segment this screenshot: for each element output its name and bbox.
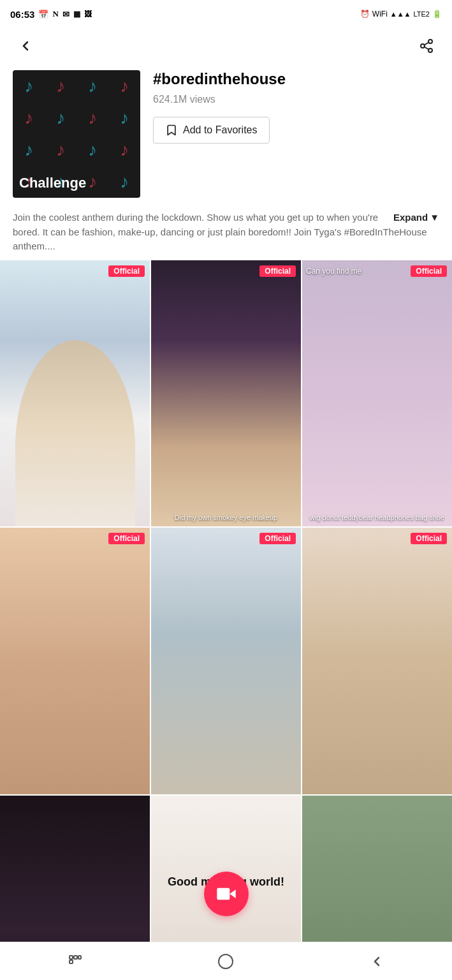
hashtag-header: ♪ ♪ ♪ ♪ ♪ ♪ ♪ ♪ ♪ ♪ ♪ ♪ ♪ ♪ ♪ ♪ Challeng… [0,64,452,211]
video-cell[interactable]: Official [0,528,150,794]
navigation-bar [0,28,452,64]
official-badge: Official [259,533,296,544]
svg-line-4 [425,43,429,45]
status-right-icons: ⏰ WiFi ▲▲▲ LTE2 🔋 [360,10,442,19]
home-icon [217,953,234,970]
video-cell[interactable]: Official Did my own smokey eye makeup [151,260,301,527]
expand-button[interactable]: Expand ▼ [393,211,439,225]
video-caption: Did my own smokey eye makeup [155,514,297,521]
video-caption-bottom: wig donut teddybear headphones bag shoe [306,514,448,521]
svg-line-3 [425,47,429,50]
official-badge: Official [108,533,145,544]
hashtag-info: #boredinthehouse 624.1M views Add to Fav… [153,70,439,144]
views-count: 624.1M views [153,94,439,105]
official-badge: Official [411,533,447,544]
video-cell[interactable]: Official [302,528,452,794]
status-bar: 06:53 📅 N ✉ ▦ 🖼 ⏰ WiFi ▲▲▲ LTE2 🔋 [0,0,452,28]
nav-back-button[interactable] [358,949,396,974]
video-cell[interactable]: Official Can you find me wig donut teddy… [302,260,452,527]
svg-point-10 [219,954,233,969]
record-button[interactable] [204,872,249,916]
status-time: 06:53 📅 N ✉ ▦ 🖼 [10,9,92,20]
video-caption: Can you find me [306,267,448,276]
description-section: Expand ▼ Join the coolest anthem during … [0,211,452,260]
bottom-navigation [0,942,452,980]
svg-rect-7 [74,956,77,959]
svg-rect-8 [78,956,81,959]
video-cell[interactable]: Official [151,528,301,794]
camera-icon [216,884,237,904]
add-to-favorites-button[interactable]: Add to Favorites [153,117,270,144]
hashtag-title: #boredinthehouse [153,70,439,89]
svg-rect-6 [69,956,73,959]
nav-recents-button[interactable] [56,949,94,974]
official-badge: Official [259,265,296,277]
recents-icon [68,954,83,969]
svg-rect-9 [69,960,73,963]
back-button[interactable] [13,33,38,59]
svg-rect-5 [217,888,230,900]
description-text: Join the coolest anthem during the lockd… [13,212,427,251]
bookmark-icon [165,124,178,137]
video-cell[interactable]: Official [0,260,150,527]
hashtag-thumbnail: ♪ ♪ ♪ ♪ ♪ ♪ ♪ ♪ ♪ ♪ ♪ ♪ ♪ ♪ ♪ ♪ Challeng… [13,70,140,198]
official-badge: Official [108,265,145,277]
back-nav-icon [369,954,384,969]
challenge-label: Challenge [19,175,86,191]
nav-home-button[interactable] [207,949,245,974]
share-button[interactable] [414,33,439,59]
